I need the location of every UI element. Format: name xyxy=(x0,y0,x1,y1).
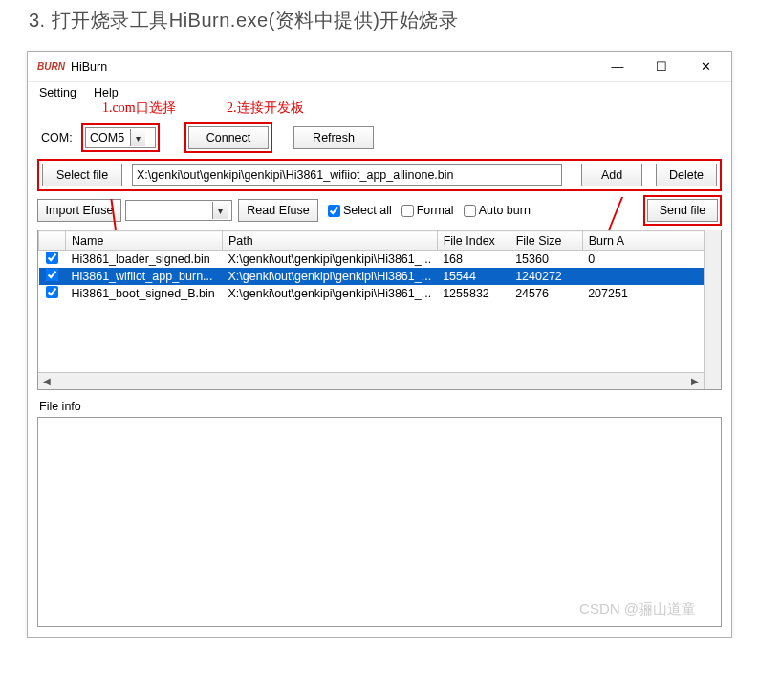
scroll-left-icon[interactable]: ◀ xyxy=(38,373,55,390)
add-button[interactable]: Add xyxy=(581,164,642,186)
row-checkbox[interactable] xyxy=(46,252,58,264)
page-heading: 3. 打开烧录工具HiBurn.exe(资料中提供)开始烧录 xyxy=(0,0,759,51)
cell-size: 1240272 xyxy=(510,268,582,285)
com-select-wrap: COM5 xyxy=(81,123,160,152)
hiburn-window: BURN HiBurn — ☐ ✕ Setting Help 1.com口选择 … xyxy=(27,51,732,638)
col-path[interactable]: Path xyxy=(223,231,438,251)
col-file-size[interactable]: File Size xyxy=(510,231,582,251)
table-row[interactable]: Hi3861_loader_signed.binX:\genki\out\gen… xyxy=(39,251,721,269)
annotation-1: 1.com口选择 xyxy=(102,99,176,117)
file-table: Name Path File Index File Size Burn A Hi… xyxy=(38,230,721,302)
close-button[interactable]: ✕ xyxy=(683,53,727,81)
file-table-wrap: Name Path File Index File Size Burn A Hi… xyxy=(37,230,722,390)
cell-burn xyxy=(582,268,720,285)
row-checkbox[interactable] xyxy=(46,286,58,298)
dropdown-icon xyxy=(212,202,228,219)
table-row[interactable]: Hi3861_boot_signed_B.binX:\genki\out\gen… xyxy=(39,285,721,302)
cell-name: Hi3861_wifiiot_app_burn... xyxy=(66,268,223,285)
row-checkbox[interactable] xyxy=(46,269,58,281)
formal-label: Formal xyxy=(417,204,454,217)
cell-path: X:\genki\out\genkipi\genkipi\Hi3861_... xyxy=(223,268,438,285)
formal-input[interactable] xyxy=(401,205,414,217)
select-all-input[interactable] xyxy=(328,205,340,217)
col-name[interactable]: Name xyxy=(66,231,223,251)
cell-burn: 207251 xyxy=(582,285,720,302)
cell-index: 1255832 xyxy=(437,285,510,302)
titlebar: BURN HiBurn — ☐ ✕ xyxy=(28,52,731,82)
send-file-button[interactable]: Send file xyxy=(647,199,718,222)
maximize-button[interactable]: ☐ xyxy=(640,53,683,81)
com-label: COM: xyxy=(37,131,81,144)
log-textarea[interactable]: CSDN @骊山道童 xyxy=(37,417,722,627)
cell-index: 15544 xyxy=(437,268,510,285)
cell-burn: 0 xyxy=(582,251,720,269)
table-hscroll[interactable]: ◀ ▶ xyxy=(38,372,704,389)
com-row: COM: COM5 Connect Refresh xyxy=(37,122,722,153)
auto-burn-checkbox[interactable]: Auto burn xyxy=(464,204,531,217)
col-burn-addr[interactable]: Burn A xyxy=(582,231,720,251)
com-value: COM5 xyxy=(90,131,124,144)
cell-index: 168 xyxy=(437,251,510,269)
menu-setting[interactable]: Setting xyxy=(39,86,76,99)
import-efuse-button[interactable]: Import Efuse xyxy=(37,199,121,222)
minimize-button[interactable]: — xyxy=(596,53,640,81)
efuse-select[interactable] xyxy=(125,200,232,221)
menu-help[interactable]: Help xyxy=(94,86,119,99)
annotation-2: 2.连接开发板 xyxy=(227,99,304,117)
select-file-button[interactable]: Select file xyxy=(42,164,122,186)
connect-wrap: Connect xyxy=(184,122,272,153)
select-all-checkbox[interactable]: Select all xyxy=(328,204,392,217)
watermark: CSDN @骊山道童 xyxy=(579,601,696,619)
content-area: 1.com口选择 2.连接开发板 3.选择烧录文件 4.开始烧录 COM: CO… xyxy=(28,101,731,637)
refresh-button[interactable]: Refresh xyxy=(293,126,374,149)
delete-button[interactable]: Delete xyxy=(656,164,717,186)
send-file-wrap: Send file xyxy=(643,195,722,226)
window-title: HiBurn xyxy=(71,60,596,74)
file-path-input[interactable]: X:\genki\out\genkipi\genkipi\Hi3861_wifi… xyxy=(132,164,562,186)
auto-burn-input[interactable] xyxy=(464,205,476,217)
app-icon: BURN xyxy=(37,61,65,72)
cell-name: Hi3861_loader_signed.bin xyxy=(66,251,223,269)
cell-size: 15360 xyxy=(510,251,582,269)
table-vscroll[interactable] xyxy=(704,230,721,389)
cell-size: 24576 xyxy=(510,285,582,302)
col-file-index[interactable]: File Index xyxy=(437,231,510,251)
read-efuse-button[interactable]: Read Efuse xyxy=(238,199,318,222)
file-info-label: File info xyxy=(39,400,720,413)
scroll-right-icon[interactable]: ▶ xyxy=(686,373,704,390)
formal-checkbox[interactable]: Formal xyxy=(401,204,454,217)
menubar: Setting Help xyxy=(28,82,731,101)
auto-burn-label: Auto burn xyxy=(479,204,531,217)
connect-button[interactable]: Connect xyxy=(188,126,269,149)
cell-name: Hi3861_boot_signed_B.bin xyxy=(66,285,223,302)
select-all-label: Select all xyxy=(343,204,392,217)
table-row[interactable]: Hi3861_wifiiot_app_burn...X:\genki\out\g… xyxy=(39,268,721,285)
efuse-row: Import Efuse Read Efuse Select all Forma… xyxy=(37,195,722,226)
file-row: Select file X:\genki\out\genkipi\genkipi… xyxy=(37,159,722,191)
cell-path: X:\genki\out\genkipi\genkipi\Hi3861_... xyxy=(223,285,438,302)
com-select[interactable]: COM5 xyxy=(85,127,156,148)
dropdown-icon xyxy=(130,129,145,146)
cell-path: X:\genki\out\genkipi\genkipi\Hi3861_... xyxy=(223,251,438,269)
